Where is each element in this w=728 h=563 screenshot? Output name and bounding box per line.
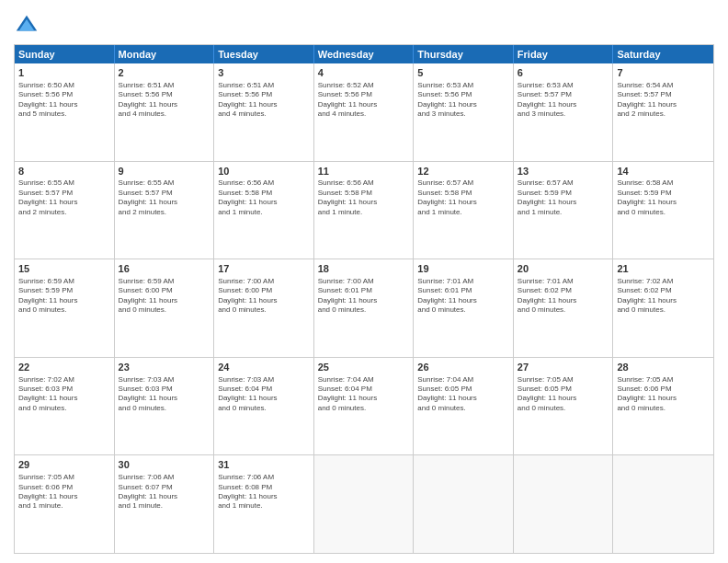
calendar-cell [414, 455, 514, 553]
cal-header-day: Tuesday [214, 45, 314, 63]
calendar-cell: 4Sunrise: 6:52 AM Sunset: 5:56 PM Daylig… [314, 63, 415, 161]
day-number: 30 [119, 458, 210, 472]
day-info: Sunrise: 7:00 AM Sunset: 6:00 PM Dayligh… [218, 277, 310, 316]
cal-header-day: Wednesday [314, 45, 415, 63]
calendar-cell: 24Sunrise: 7:03 AM Sunset: 6:04 PM Dayli… [214, 358, 314, 455]
logo [14, 13, 43, 39]
cal-header-day: Monday [115, 45, 215, 63]
day-number: 16 [119, 262, 210, 276]
calendar-cell: 27Sunrise: 7:05 AM Sunset: 6:05 PM Dayli… [514, 358, 614, 455]
calendar-row: 22Sunrise: 7:02 AM Sunset: 6:03 PM Dayli… [15, 357, 713, 455]
calendar-row: 1Sunrise: 6:50 AM Sunset: 5:56 PM Daylig… [15, 63, 713, 161]
day-number: 28 [617, 361, 710, 374]
day-number: 21 [617, 262, 710, 276]
day-info: Sunrise: 7:03 AM Sunset: 6:03 PM Dayligh… [119, 375, 210, 414]
day-info: Sunrise: 6:52 AM Sunset: 5:56 PM Dayligh… [318, 81, 410, 120]
calendar-row: 29Sunrise: 7:05 AM Sunset: 6:06 PM Dayli… [15, 454, 713, 553]
calendar-cell [613, 455, 713, 553]
calendar-cell: 28Sunrise: 7:05 AM Sunset: 6:06 PM Dayli… [613, 358, 713, 455]
day-info: Sunrise: 7:04 AM Sunset: 6:04 PM Dayligh… [318, 375, 410, 414]
calendar-cell: 31Sunrise: 7:06 AM Sunset: 6:08 PM Dayli… [214, 455, 314, 553]
day-number: 19 [417, 262, 509, 276]
calendar-cell: 7Sunrise: 6:54 AM Sunset: 5:57 PM Daylig… [613, 63, 713, 161]
calendar-cell: 25Sunrise: 7:04 AM Sunset: 6:04 PM Dayli… [314, 358, 415, 455]
day-number: 17 [218, 262, 310, 276]
calendar-cell [514, 455, 614, 553]
day-info: Sunrise: 7:05 AM Sunset: 6:06 PM Dayligh… [18, 473, 110, 511]
cal-header-day: Sunday [15, 45, 115, 63]
day-number: 26 [417, 361, 509, 374]
calendar-header: SundayMondayTuesdayWednesdayThursdayFrid… [15, 45, 713, 63]
day-info: Sunrise: 7:06 AM Sunset: 6:07 PM Dayligh… [119, 473, 210, 511]
day-info: Sunrise: 6:53 AM Sunset: 5:56 PM Dayligh… [417, 81, 509, 120]
cal-header-day: Thursday [414, 45, 514, 63]
calendar-cell: 5Sunrise: 6:53 AM Sunset: 5:56 PM Daylig… [414, 63, 514, 161]
day-number: 9 [119, 165, 210, 178]
calendar-cell: 8Sunrise: 6:55 AM Sunset: 5:57 PM Daylig… [15, 162, 115, 259]
day-info: Sunrise: 7:03 AM Sunset: 6:04 PM Dayligh… [218, 375, 310, 414]
calendar-cell [314, 455, 415, 553]
day-number: 15 [18, 262, 110, 276]
day-info: Sunrise: 7:01 AM Sunset: 6:02 PM Dayligh… [518, 277, 609, 316]
day-number: 6 [518, 66, 609, 80]
calendar: SundayMondayTuesdayWednesdayThursdayFrid… [14, 44, 714, 554]
calendar-body: 1Sunrise: 6:50 AM Sunset: 5:56 PM Daylig… [15, 63, 713, 553]
day-number: 2 [119, 66, 210, 80]
calendar-cell: 30Sunrise: 7:06 AM Sunset: 6:07 PM Dayli… [115, 455, 215, 553]
calendar-cell: 19Sunrise: 7:01 AM Sunset: 6:01 PM Dayli… [414, 259, 514, 357]
day-info: Sunrise: 7:01 AM Sunset: 6:01 PM Dayligh… [417, 277, 509, 316]
day-info: Sunrise: 7:05 AM Sunset: 6:05 PM Dayligh… [518, 375, 609, 414]
day-info: Sunrise: 6:58 AM Sunset: 5:59 PM Dayligh… [617, 178, 710, 217]
day-info: Sunrise: 6:56 AM Sunset: 5:58 PM Dayligh… [318, 178, 410, 217]
day-info: Sunrise: 6:57 AM Sunset: 5:58 PM Dayligh… [417, 178, 509, 217]
cal-header-day: Saturday [613, 45, 713, 63]
calendar-cell: 16Sunrise: 6:59 AM Sunset: 6:00 PM Dayli… [115, 259, 215, 357]
day-info: Sunrise: 6:55 AM Sunset: 5:57 PM Dayligh… [119, 178, 210, 217]
day-info: Sunrise: 6:59 AM Sunset: 5:59 PM Dayligh… [18, 277, 110, 316]
day-info: Sunrise: 6:56 AM Sunset: 5:58 PM Dayligh… [218, 178, 310, 217]
day-number: 18 [318, 262, 410, 276]
day-number: 12 [417, 165, 509, 178]
calendar-cell: 6Sunrise: 6:53 AM Sunset: 5:57 PM Daylig… [514, 63, 614, 161]
day-info: Sunrise: 6:51 AM Sunset: 5:56 PM Dayligh… [119, 81, 210, 120]
day-info: Sunrise: 6:59 AM Sunset: 6:00 PM Dayligh… [119, 277, 210, 316]
calendar-cell: 1Sunrise: 6:50 AM Sunset: 5:56 PM Daylig… [15, 63, 115, 161]
calendar-row: 15Sunrise: 6:59 AM Sunset: 5:59 PM Dayli… [15, 259, 713, 357]
cal-header-day: Friday [514, 45, 614, 63]
day-info: Sunrise: 7:00 AM Sunset: 6:01 PM Dayligh… [318, 277, 410, 316]
calendar-cell: 23Sunrise: 7:03 AM Sunset: 6:03 PM Dayli… [115, 358, 215, 455]
day-number: 27 [518, 361, 609, 374]
day-number: 24 [218, 361, 310, 374]
day-info: Sunrise: 7:06 AM Sunset: 6:08 PM Dayligh… [218, 473, 310, 511]
day-number: 25 [318, 361, 410, 374]
day-info: Sunrise: 6:51 AM Sunset: 5:56 PM Dayligh… [218, 81, 310, 120]
day-info: Sunrise: 6:57 AM Sunset: 5:59 PM Dayligh… [518, 178, 609, 217]
day-number: 29 [18, 458, 110, 472]
day-info: Sunrise: 7:04 AM Sunset: 6:05 PM Dayligh… [417, 375, 509, 414]
day-info: Sunrise: 7:02 AM Sunset: 6:02 PM Dayligh… [617, 277, 710, 316]
calendar-cell: 15Sunrise: 6:59 AM Sunset: 5:59 PM Dayli… [15, 259, 115, 357]
day-number: 20 [518, 262, 609, 276]
day-number: 11 [318, 165, 410, 178]
day-number: 10 [218, 165, 310, 178]
day-info: Sunrise: 6:54 AM Sunset: 5:57 PM Dayligh… [617, 81, 710, 120]
day-number: 14 [617, 165, 710, 178]
header [14, 9, 714, 39]
calendar-cell: 12Sunrise: 6:57 AM Sunset: 5:58 PM Dayli… [414, 162, 514, 259]
calendar-cell: 18Sunrise: 7:00 AM Sunset: 6:01 PM Dayli… [314, 259, 415, 357]
calendar-cell: 22Sunrise: 7:02 AM Sunset: 6:03 PM Dayli… [15, 358, 115, 455]
calendar-cell: 29Sunrise: 7:05 AM Sunset: 6:06 PM Dayli… [15, 455, 115, 553]
day-number: 3 [218, 66, 310, 80]
calendar-cell: 11Sunrise: 6:56 AM Sunset: 5:58 PM Dayli… [314, 162, 415, 259]
day-number: 7 [617, 66, 710, 80]
calendar-cell: 10Sunrise: 6:56 AM Sunset: 5:58 PM Dayli… [214, 162, 314, 259]
day-info: Sunrise: 6:50 AM Sunset: 5:56 PM Dayligh… [18, 81, 110, 120]
calendar-cell: 13Sunrise: 6:57 AM Sunset: 5:59 PM Dayli… [514, 162, 614, 259]
day-number: 23 [119, 361, 210, 374]
calendar-cell: 17Sunrise: 7:00 AM Sunset: 6:00 PM Dayli… [214, 259, 314, 357]
page: SundayMondayTuesdayWednesdayThursdayFrid… [0, 0, 728, 563]
day-number: 1 [18, 66, 110, 80]
calendar-cell: 2Sunrise: 6:51 AM Sunset: 5:56 PM Daylig… [115, 63, 215, 161]
day-info: Sunrise: 6:55 AM Sunset: 5:57 PM Dayligh… [18, 178, 110, 217]
logo-icon [14, 13, 40, 39]
